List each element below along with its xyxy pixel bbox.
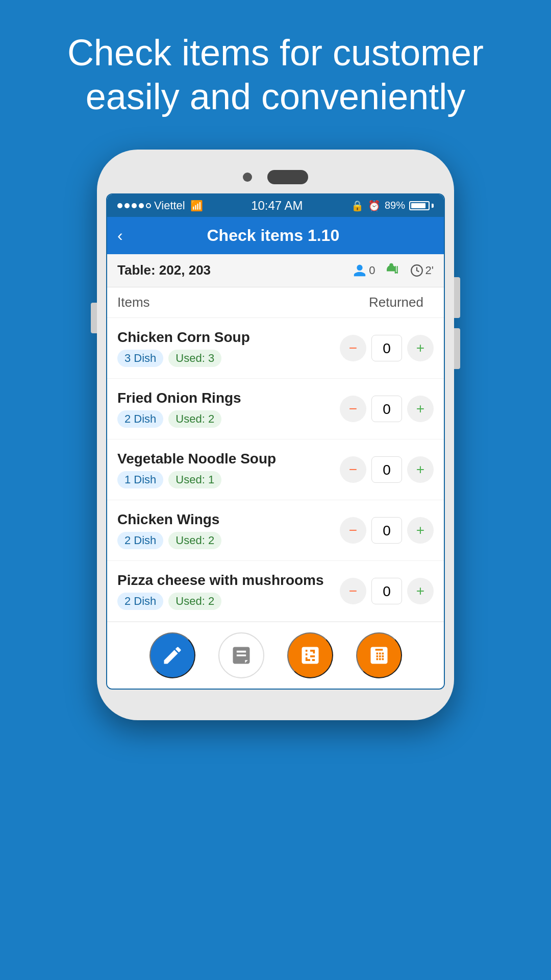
person-icon xyxy=(353,263,367,278)
menu-item-4: Pizza cheese with mushrooms 2 Dish Used:… xyxy=(107,561,444,622)
note-icon xyxy=(230,644,253,667)
col-items-label: Items xyxy=(117,295,150,310)
menu-item-0: Chicken Corn Soup 3 Dish Used: 3 − 0 + xyxy=(107,318,444,379)
minus-button-3[interactable]: − xyxy=(340,517,366,544)
guest-count-value: 0 xyxy=(369,264,375,277)
counter-4: − 0 + xyxy=(340,578,434,604)
dining-icon xyxy=(384,261,402,280)
dish-tag-1: 2 Dish xyxy=(117,410,163,428)
signal-dots xyxy=(117,203,151,208)
item-info-0: Chicken Corn Soup 3 Dish Used: 3 xyxy=(117,329,340,367)
item-info-2: Vegetable Noodle Soup 1 Dish Used: 1 xyxy=(117,451,340,488)
plus-button-4[interactable]: + xyxy=(407,578,434,604)
signal-dot-3 xyxy=(132,203,137,208)
wifi-icon: 📶 xyxy=(190,200,203,212)
bottom-toolbar xyxy=(107,622,444,689)
counter-3: − 0 + xyxy=(340,517,434,544)
status-bar: Viettel 📶 10:47 AM 🔒 ⏰ 89% xyxy=(107,194,444,217)
item-name-3: Chicken Wings xyxy=(117,511,340,528)
used-tag-4: Used: 2 xyxy=(168,593,221,610)
svg-rect-3 xyxy=(394,272,397,273)
calculator1-icon xyxy=(299,644,321,667)
note-button[interactable] xyxy=(218,632,264,678)
speaker xyxy=(267,170,308,184)
plus-button-0[interactable]: + xyxy=(407,335,434,361)
signal-dot-1 xyxy=(117,203,122,208)
plus-button-2[interactable]: + xyxy=(407,456,434,483)
counter-value-1: 0 xyxy=(371,396,402,422)
status-left: Viettel 📶 xyxy=(117,199,203,212)
counter-value-4: 0 xyxy=(371,578,402,604)
calculator2-icon xyxy=(368,644,390,667)
carrier-label: Viettel xyxy=(154,199,185,212)
time-value: 2' xyxy=(425,264,434,277)
used-tag-2: Used: 1 xyxy=(168,471,221,488)
counter-1: − 0 + xyxy=(340,396,434,422)
edit-button[interactable] xyxy=(149,632,195,678)
phone-top xyxy=(106,165,445,193)
calculator2-button[interactable] xyxy=(356,632,402,678)
minus-button-1[interactable]: − xyxy=(340,396,366,422)
dish-tag-2: 1 Dish xyxy=(117,471,163,488)
used-tag-1: Used: 2 xyxy=(168,410,221,428)
counter-value-2: 0 xyxy=(371,456,402,483)
item-tags-3: 2 Dish Used: 2 xyxy=(117,532,340,549)
calculator1-button[interactable] xyxy=(287,632,333,678)
edit-icon xyxy=(161,644,184,667)
used-tag-0: Used: 3 xyxy=(168,350,221,367)
hero-text: Check items for customer easily and conv… xyxy=(0,0,551,139)
status-right: 🔒 ⏰ 89% xyxy=(351,200,434,212)
guest-count: 0 xyxy=(353,263,375,278)
used-tag-3: Used: 2 xyxy=(168,532,221,549)
minus-button-4[interactable]: − xyxy=(340,578,366,604)
time-item: 2' xyxy=(410,264,434,277)
app-bar-title: Check items 1.10 xyxy=(133,226,413,245)
counter-value-3: 0 xyxy=(371,517,402,544)
counter-value-0: 0 xyxy=(371,335,402,361)
col-returned-label: Returned xyxy=(369,295,423,310)
camera xyxy=(243,173,252,182)
menu-list: Chicken Corn Soup 3 Dish Used: 3 − 0 + xyxy=(107,318,444,622)
battery-indicator xyxy=(409,201,434,210)
battery-pct: 89% xyxy=(385,200,405,211)
app-bar: ‹ Check items 1.10 xyxy=(107,217,444,254)
item-tags-0: 3 Dish Used: 3 xyxy=(117,350,340,367)
minus-button-2[interactable]: − xyxy=(340,456,366,483)
item-info-4: Pizza cheese with mushrooms 2 Dish Used:… xyxy=(117,572,340,610)
plus-button-1[interactable]: + xyxy=(407,396,434,422)
clock-icon xyxy=(410,264,423,277)
plus-button-3[interactable]: + xyxy=(407,517,434,544)
diner-icon-item xyxy=(384,261,402,280)
column-headers: Items Returned xyxy=(107,287,444,318)
table-bar: Table: 202, 203 0 xyxy=(107,254,444,287)
item-info-1: Fried Onion Rings 2 Dish Used: 2 xyxy=(117,390,340,428)
counter-2: − 0 + xyxy=(340,456,434,483)
status-time: 10:47 AM xyxy=(251,199,303,213)
menu-item-1: Fried Onion Rings 2 Dish Used: 2 − 0 + xyxy=(107,379,444,439)
signal-dot-4 xyxy=(139,203,144,208)
signal-dot-2 xyxy=(124,203,130,208)
item-tags-2: 1 Dish Used: 1 xyxy=(117,471,340,488)
item-tags-4: 2 Dish Used: 2 xyxy=(117,593,340,610)
minus-button-0[interactable]: − xyxy=(340,335,366,361)
table-icons: 0 xyxy=(353,261,434,280)
back-button[interactable]: ‹ xyxy=(117,226,123,245)
menu-item-3: Chicken Wings 2 Dish Used: 2 − 0 + xyxy=(107,500,444,561)
screen: Viettel 📶 10:47 AM 🔒 ⏰ 89% xyxy=(106,193,445,690)
power-button xyxy=(454,277,460,318)
alarm-icon: ⏰ xyxy=(368,200,381,212)
counter-0: − 0 + xyxy=(340,335,434,361)
lock-icon: 🔒 xyxy=(351,200,364,212)
volume-button xyxy=(91,303,97,333)
phone-mockup: Viettel 📶 10:47 AM 🔒 ⏰ 89% xyxy=(0,150,551,720)
power-button-2 xyxy=(454,328,460,369)
item-name-1: Fried Onion Rings xyxy=(117,390,340,406)
item-info-3: Chicken Wings 2 Dish Used: 2 xyxy=(117,511,340,549)
dish-tag-4: 2 Dish xyxy=(117,593,163,610)
item-name-2: Vegetable Noodle Soup xyxy=(117,451,340,467)
signal-dot-5 xyxy=(146,203,151,208)
dish-tag-0: 3 Dish xyxy=(117,350,163,367)
menu-item-2: Vegetable Noodle Soup 1 Dish Used: 1 − 0… xyxy=(107,439,444,500)
item-name-0: Chicken Corn Soup xyxy=(117,329,340,346)
item-name-4: Pizza cheese with mushrooms xyxy=(117,572,340,589)
